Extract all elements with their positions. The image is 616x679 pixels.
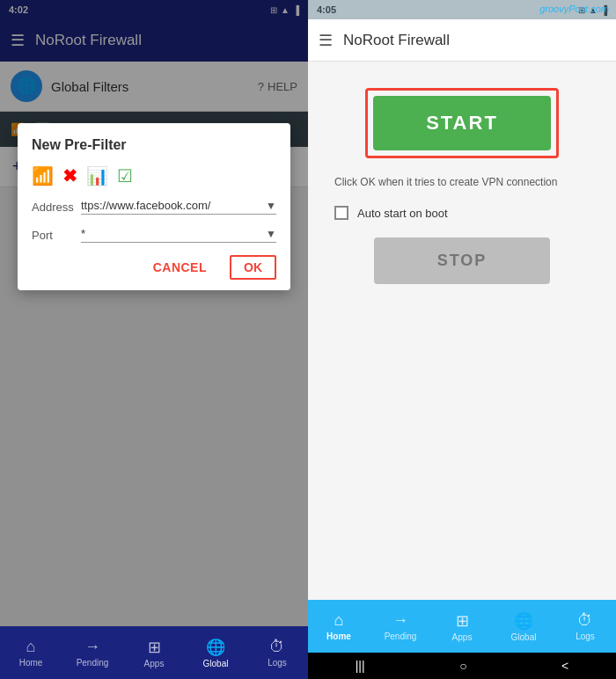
right-apps-label: Apps — [452, 632, 473, 642]
pending-label: Pending — [77, 658, 109, 668]
right-pending-label: Pending — [385, 632, 417, 641]
auto-start-checkbox[interactable] — [334, 206, 348, 220]
pending-icon: → — [84, 638, 100, 656]
address-label: Address — [32, 201, 74, 214]
right-nav-apps[interactable]: ⊞ Apps — [431, 611, 493, 642]
left-panel: 4:02 ⊞ ▲ ▐ ☰ NoRoot Firewall 🌐 Global Fi… — [0, 0, 308, 679]
address-value: ttps://www.facebook.com/ — [81, 199, 262, 212]
dialog-title: New Pre-Filter — [32, 137, 276, 153]
right-time: 4:05 — [317, 4, 336, 15]
port-value: * — [81, 227, 262, 240]
apps-icon: ⊞ — [148, 638, 161, 657]
address-field: Address ttps://www.facebook.com/ ▼ — [32, 199, 276, 215]
dialog-actions: CANCEL OK — [32, 255, 276, 280]
logs-icon: ⏱ — [269, 638, 285, 656]
cancel-button[interactable]: CANCEL — [148, 257, 212, 278]
left-nav-logs[interactable]: ⏱ Logs — [246, 638, 308, 668]
right-home-btn[interactable]: ○ — [459, 659, 466, 673]
start-button-wrapper: START — [365, 88, 559, 158]
dialog-overlay — [0, 0, 308, 626]
home-icon: ⌂ — [26, 638, 36, 656]
right-pending-icon: → — [392, 611, 408, 630]
right-global-icon: 🌐 — [514, 611, 533, 631]
vpn-note: Click OK when it tries to create VPN con… — [326, 176, 598, 188]
right-bottom-nav: ⌂ Home → Pending ⊞ Apps 🌐 Global ⏱ Logs — [308, 600, 616, 653]
left-nav-apps[interactable]: ⊞ Apps — [123, 638, 185, 668]
watermark: groovyPost.com — [539, 4, 609, 14]
auto-start-row: Auto start on boot — [326, 206, 598, 220]
right-panel: 4:05 ⊞ ▲ ▐ groovyPost.com ☰ NoRoot Firew… — [308, 0, 616, 679]
left-nav-global[interactable]: 🌐 Global — [185, 638, 246, 668]
port-dropdown-icon[interactable]: ▼ — [266, 228, 276, 240]
data-filter-icon[interactable]: 📊 — [86, 165, 108, 186]
port-field: Port * ▼ — [32, 227, 276, 243]
right-home-label: Home — [326, 632, 351, 641]
left-nav-pending[interactable]: → Pending — [62, 638, 123, 668]
block-icon[interactable]: ✖ — [62, 165, 77, 186]
home-label: Home — [19, 658, 43, 668]
right-nav-global[interactable]: 🌐 Global — [493, 611, 554, 642]
right-apps-icon: ⊞ — [456, 611, 469, 631]
right-recent-btn[interactable]: ||| — [356, 659, 365, 673]
left-bottom-nav: ⌂ Home → Pending ⊞ Apps 🌐 Global ⏱ Logs — [0, 626, 308, 679]
auto-start-label: Auto start on boot — [357, 207, 448, 220]
address-dropdown-icon[interactable]: ▼ — [266, 200, 276, 212]
global-label: Global — [203, 659, 229, 668]
right-home-icon: ⌂ — [334, 611, 344, 630]
right-nav-home[interactable]: ⌂ Home — [308, 611, 370, 641]
filter-type-icons: 📶 ✖ 📊 ☑ — [32, 165, 276, 186]
ok-button[interactable]: OK — [230, 255, 276, 280]
right-logs-label: Logs — [576, 632, 595, 641]
right-top-bar: ☰ NoRoot Firewall — [308, 19, 616, 62]
global-icon: 🌐 — [206, 638, 225, 657]
left-nav-home[interactable]: ⌂ Home — [0, 638, 62, 668]
right-logs-icon: ⏱ — [577, 611, 593, 630]
right-nav-pending[interactable]: → Pending — [370, 611, 431, 641]
right-app-title: NoRoot Firewall — [343, 32, 450, 49]
new-pre-filter-dialog: New Pre-Filter 📶 ✖ 📊 ☑ Address ttps://ww… — [18, 123, 290, 290]
right-back-btn[interactable]: < — [561, 659, 568, 673]
right-sys-nav: ||| ○ < — [308, 653, 616, 679]
right-global-label: Global — [511, 632, 537, 642]
port-input-wrap[interactable]: * ▼ — [81, 227, 276, 243]
apps-label: Apps — [144, 659, 165, 668]
right-nav-logs[interactable]: ⏱ Logs — [554, 611, 616, 641]
port-label: Port — [32, 229, 74, 242]
address-input-wrap[interactable]: ttps://www.facebook.com/ ▼ — [81, 199, 276, 215]
logs-label: Logs — [268, 658, 287, 668]
check-icon[interactable]: ☑ — [117, 165, 133, 186]
stop-button[interactable]: STOP — [374, 237, 550, 284]
start-button[interactable]: START — [373, 96, 551, 150]
right-main-content: START Click OK when it tries to create V… — [308, 62, 616, 600]
wifi-filter-icon[interactable]: 📶 — [32, 165, 54, 186]
right-hamburger-icon[interactable]: ☰ — [319, 31, 333, 50]
